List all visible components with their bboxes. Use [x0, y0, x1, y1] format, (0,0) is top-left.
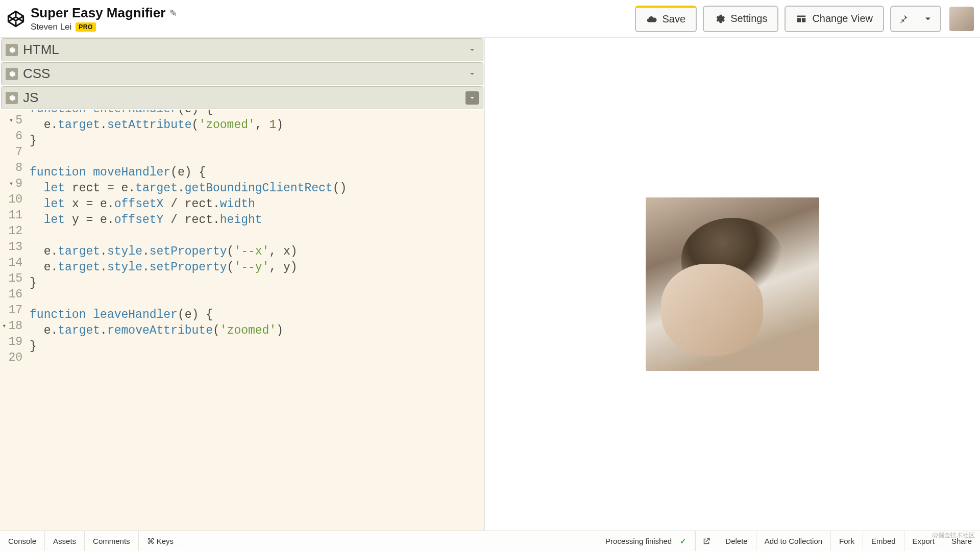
line-gutter: ▾5678▾91011121314151617▾181920 — [0, 110, 26, 531]
open-new-window[interactable] — [695, 531, 717, 551]
settings-label: Settings — [730, 13, 767, 24]
chevron-down-icon — [469, 94, 476, 102]
check-icon: ✓ — [680, 537, 687, 546]
save-label: Save — [663, 13, 686, 25]
gear-icon — [714, 13, 725, 24]
html-panel-label: HTML — [23, 42, 59, 58]
editor-panels: HTML CSS JS ▾5678▾91011121314151617▾1819… — [0, 38, 485, 531]
chevron-down-icon — [469, 46, 476, 54]
console-tab[interactable]: Console — [0, 531, 45, 551]
codepen-logo[interactable] — [6, 9, 26, 29]
assets-tab[interactable]: Assets — [45, 531, 85, 551]
edit-title-icon[interactable]: ✎ — [169, 8, 177, 19]
pin-button[interactable] — [891, 9, 916, 29]
pin-icon — [898, 14, 909, 24]
delete-button[interactable]: Delete — [717, 531, 756, 551]
author-name[interactable]: Steven Lei — [31, 22, 71, 32]
comments-tab[interactable]: Comments — [85, 531, 139, 551]
save-button[interactable]: Save — [635, 6, 697, 32]
main-split: HTML CSS JS ▾5678▾91011121314151617▾1819… — [0, 38, 980, 531]
footer: Console Assets Comments ⌘ Keys Processin… — [0, 531, 980, 551]
avatar[interactable] — [949, 7, 974, 31]
pin-dropdown — [890, 6, 941, 32]
embed-button[interactable]: Embed — [863, 531, 904, 551]
chevron-down-icon — [469, 70, 476, 78]
change-view-label: Change View — [812, 13, 873, 24]
html-collapse-toggle[interactable] — [465, 43, 479, 57]
preview-image[interactable] — [646, 197, 819, 371]
pin-menu-toggle[interactable] — [916, 9, 940, 29]
external-link-icon — [702, 537, 711, 546]
watermark: @掘金技术社区 — [932, 531, 975, 540]
css-settings-icon[interactable] — [6, 68, 18, 80]
add-to-collection-button[interactable]: Add to Collection — [756, 531, 831, 551]
keys-tab[interactable]: ⌘ Keys — [139, 531, 183, 551]
css-panel-label: CSS — [23, 66, 50, 82]
html-settings-icon[interactable] — [6, 44, 18, 56]
title-block: Super Easy Magnifier ✎ Steven Lei PRO — [31, 5, 177, 32]
js-collapse-toggle[interactable] — [465, 91, 479, 105]
js-code-editor[interactable]: ▾5678▾91011121314151617▾181920 function … — [0, 110, 484, 531]
chevron-down-icon — [923, 14, 933, 24]
code-lines: function enterHandler(e) { e.target.setA… — [26, 110, 347, 531]
preview-pane[interactable] — [485, 38, 980, 531]
change-view-button[interactable]: Change View — [785, 6, 884, 32]
header: Super Easy Magnifier ✎ Steven Lei PRO Sa… — [0, 0, 980, 38]
settings-button[interactable]: Settings — [703, 6, 778, 32]
header-buttons: Save Settings Change View — [635, 6, 974, 32]
pro-badge: PRO — [76, 22, 96, 32]
layout-icon — [796, 13, 807, 24]
processing-status: Processing finished ✓ — [597, 531, 695, 551]
js-panel-header[interactable]: JS — [1, 86, 483, 109]
pen-title[interactable]: Super Easy Magnifier — [31, 5, 165, 21]
html-panel-header[interactable]: HTML — [1, 38, 483, 61]
js-panel-label: JS — [23, 90, 38, 106]
fork-button[interactable]: Fork — [831, 531, 863, 551]
js-settings-icon[interactable] — [6, 92, 18, 104]
css-panel-header[interactable]: CSS — [1, 62, 483, 85]
css-collapse-toggle[interactable] — [465, 67, 479, 81]
cloud-icon — [646, 14, 657, 25]
